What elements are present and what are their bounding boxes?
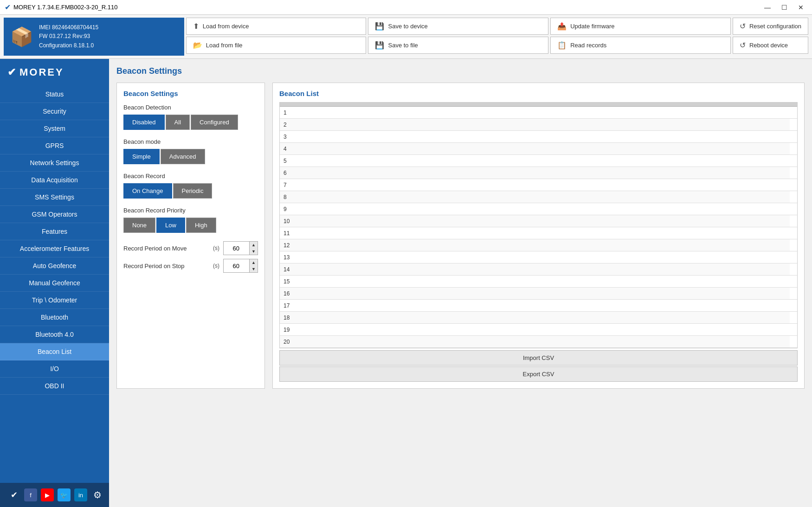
load-from-file-button[interactable]: 📂 Load from file [186,37,367,54]
beacon-row-18[interactable]: 18 [280,312,797,324]
reboot-device-button[interactable]: ↺ Reboot device [733,37,808,54]
beacon-detection-toggle: Disabled All Configured [123,115,258,131]
beacon-row-data-17[interactable] [294,300,790,312]
record-periodic-button[interactable]: Periodic [173,183,213,199]
priority-high-button[interactable]: High [186,218,216,233]
beacon-row-16[interactable]: 16 [280,288,797,300]
sidebar-item-status[interactable]: Status [0,86,109,103]
beacon-row-data-13[interactable] [294,251,790,263]
beacon-row-12[interactable]: 12 [280,239,797,251]
beacon-row-data-3[interactable] [294,131,790,143]
settings-gear-icon[interactable]: ⚙ [93,489,102,501]
beacon-row-data-9[interactable] [294,203,790,215]
beacon-row-data-2[interactable] [294,119,790,131]
beacon-row-5[interactable]: 5 [280,155,797,167]
beacon-row-num-8: 8 [280,191,294,203]
sidebar-item-beacon-list[interactable]: Beacon List [0,343,109,360]
record-period-stop-down[interactable]: ▼ [249,266,258,272]
export-csv-button[interactable]: Export CSV [279,366,798,382]
beacon-row-1[interactable]: 1 [280,107,797,119]
priority-low-button[interactable]: Low [156,218,185,233]
beacon-row-data-16[interactable] [294,288,790,300]
beacon-row-4[interactable]: 4 [280,143,797,155]
beacon-row-data-7[interactable] [294,179,790,191]
sidebar-item-sms-settings[interactable]: SMS Settings [0,189,109,206]
linkedin-icon[interactable]: in [74,488,87,501]
beacon-row-13[interactable]: 13 [280,251,797,263]
sidebar-item-trip--odometer[interactable]: Trip \ Odometer [0,292,109,309]
sidebar-item-network-settings[interactable]: Network Settings [0,154,109,172]
beacon-row-data-15[interactable] [294,276,790,288]
record-period-stop-field[interactable] [224,261,249,271]
beacon-row-19[interactable]: 19 [280,324,797,336]
update-firmware-button[interactable]: 📤 Update firmware [550,18,731,35]
youtube-icon[interactable]: ▶ [41,488,54,501]
close-button[interactable]: ✕ [794,1,807,14]
beacon-row-6[interactable]: 6 [280,167,797,179]
beacon-row-10[interactable]: 10 [280,215,797,227]
beacon-priority-label: Beacon Record Priority [123,207,258,214]
sidebar-item-bluetooth-4.0[interactable]: Bluetooth 4.0 [0,326,109,343]
beacon-row-7[interactable]: 7 [280,179,797,191]
beacon-row-2[interactable]: 2 [280,119,797,131]
sidebar-item-obd-ii[interactable]: OBD II [0,378,109,395]
toolbar-col-1: ⬆ Load from device 📂 Load from file [186,18,367,54]
sidebar-item-data-acquisition[interactable]: Data Acquisition [0,172,109,189]
detection-disabled-button[interactable]: Disabled [123,115,165,130]
beacon-row-14[interactable]: 14 [280,263,797,276]
mode-advanced-button[interactable]: Advanced [161,149,205,164]
sidebar-item-gsm-operators[interactable]: GSM Operators [0,206,109,223]
beacon-row-data-8[interactable] [294,191,790,203]
beacon-row-data-6[interactable] [294,167,790,179]
toolbar-col-3: 📤 Update firmware 📋 Read records [550,18,731,54]
sidebar-item-security[interactable]: Security [0,103,109,120]
beacon-row-data-19[interactable] [294,324,790,336]
beacon-row-17[interactable]: 17 [280,300,797,312]
save-to-file-button[interactable]: 💾 Save to file [368,37,548,54]
twitter-icon[interactable]: 🐦 [58,488,71,501]
beacon-row-data-12[interactable] [294,239,790,251]
maximize-button[interactable]: ☐ [778,1,791,14]
beacon-row-15[interactable]: 15 [280,276,797,288]
record-period-move-field[interactable] [224,243,249,254]
load-from-device-button[interactable]: ⬆ Load from device [186,18,367,35]
reset-configuration-button[interactable]: ↺ Reset configuration [733,18,808,35]
beacon-row-data-10[interactable] [294,215,790,227]
beacon-row-8[interactable]: 8 [280,191,797,203]
sidebar-item-i/o[interactable]: I/O [0,360,109,378]
mode-simple-button[interactable]: Simple [123,149,160,164]
beacon-row-data-1[interactable] [294,107,790,119]
beacon-row-data-14[interactable] [294,263,790,276]
beacon-row-data-5[interactable] [294,155,790,167]
detection-configured-button[interactable]: Configured [191,115,238,130]
read-records-button[interactable]: 📋 Read records [550,37,731,54]
record-period-stop-up[interactable]: ▲ [249,259,258,266]
beacon-row-data-11[interactable] [294,227,790,239]
device-image-icon: 📦 [10,26,33,48]
beacon-row-11[interactable]: 11 [280,227,797,239]
beacon-row-data-4[interactable] [294,143,790,155]
save-to-device-button[interactable]: 💾 Save to device [368,18,548,35]
sidebar-item-bluetooth[interactable]: Bluetooth [0,309,109,326]
record-period-move-up[interactable]: ▲ [249,242,258,248]
record-onchange-button[interactable]: On Change [123,183,172,199]
detection-all-button[interactable]: All [166,115,190,130]
beacon-row-data-20[interactable] [294,336,790,348]
sidebar-item-system[interactable]: System [0,120,109,137]
beacon-row-9[interactable]: 9 [280,203,797,215]
morey-icon[interactable]: ✔ [7,488,20,501]
priority-none-button[interactable]: None [123,218,155,233]
sidebar-item-gprs[interactable]: GPRS [0,137,109,154]
beacon-row-20[interactable]: 20 [280,336,797,348]
beacon-row-data-18[interactable] [294,312,790,324]
sidebar-item-auto-geofence[interactable]: Auto Geofence [0,257,109,275]
sidebar-item-accelerometer-features[interactable]: Accelerometer Features [0,240,109,257]
import-csv-button[interactable]: Import CSV [279,350,798,366]
beacon-table-wrapper[interactable]: 1234567891011121314151617181920 [279,102,798,348]
facebook-icon[interactable]: f [24,488,37,501]
sidebar-item-manual-geofence[interactable]: Manual Geofence [0,275,109,292]
record-period-move-down[interactable]: ▼ [249,248,258,255]
beacon-row-3[interactable]: 3 [280,131,797,143]
minimize-button[interactable]: — [761,1,774,14]
sidebar-item-features[interactable]: Features [0,223,109,240]
